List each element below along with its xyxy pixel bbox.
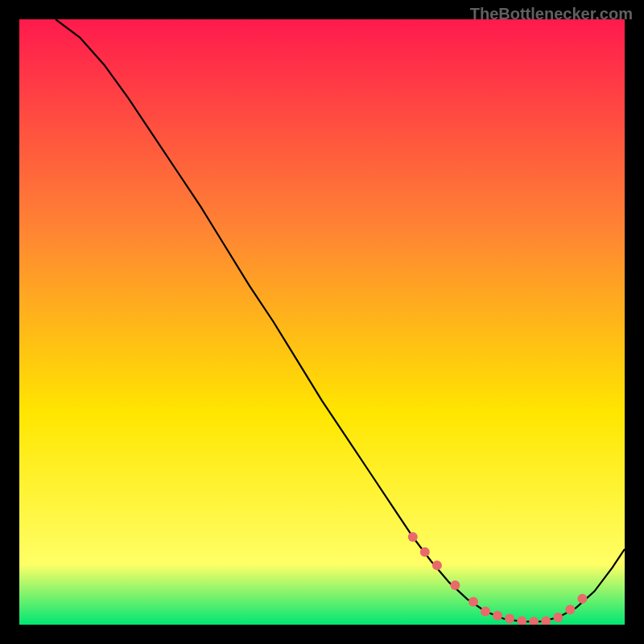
min-region-marker <box>469 597 478 606</box>
min-region-marker <box>577 594 587 604</box>
chart-background <box>19 19 625 625</box>
min-region-marker <box>432 560 442 570</box>
min-region-marker <box>553 613 563 622</box>
min-region-marker <box>505 614 514 624</box>
min-region-marker <box>420 547 430 557</box>
min-region-marker <box>450 580 460 590</box>
attribution-text: TheBottlenecker.com <box>470 5 633 23</box>
min-region-marker <box>565 605 575 614</box>
min-region-marker <box>493 611 502 621</box>
min-region-marker <box>408 532 418 542</box>
chart-svg <box>19 19 625 625</box>
min-region-marker <box>481 607 490 617</box>
chart-plot-area <box>19 19 625 625</box>
